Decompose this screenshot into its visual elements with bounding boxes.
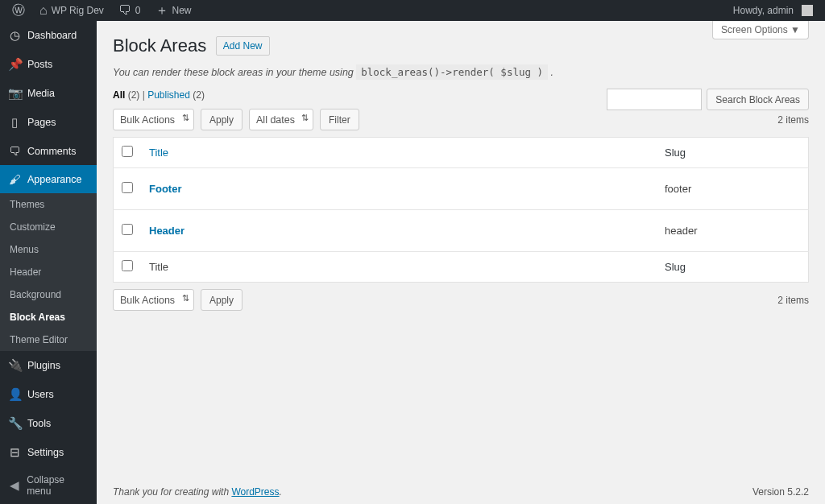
view-all[interactable]: All (2) [113,89,139,101]
code-snippet: block_areas()->render( $slug ) [356,64,548,80]
menu-posts[interactable]: 📌Posts [0,50,97,79]
page-title: Block Areas [113,35,206,56]
sub-header[interactable]: Header [0,261,97,283]
col-slug-bottom: Slug [657,252,809,283]
col-title[interactable]: Title [141,138,657,168]
new-content[interactable]: ＋New [148,0,199,21]
search-button[interactable]: Search Block Areas [707,89,809,110]
table-row: Header header [114,210,809,252]
brush-icon: 🖌 [8,172,21,186]
item-count-top: 2 items [777,114,809,126]
view-published[interactable]: Published (2) [147,89,205,101]
row-checkbox[interactable] [122,224,133,235]
tablenav-bottom: Bulk Actions Apply 2 items [113,289,809,311]
row-checkbox[interactable] [122,182,133,193]
menu-tools[interactable]: 🔧Tools [0,409,97,438]
sub-background[interactable]: Background [0,283,97,306]
menu-dashboard[interactable]: ◷Dashboard [0,21,97,50]
menu-plugins[interactable]: 🔌Plugins [0,351,97,380]
table-row: Footer footer [114,168,809,210]
sub-menus[interactable]: Menus [0,238,97,261]
version-text: Version 5.2.2 [752,486,809,498]
account-menu[interactable]: Howdy, admin [726,0,820,21]
bulk-actions-select-top[interactable]: Bulk Actions [113,109,194,130]
menu-settings[interactable]: ⊟Settings [0,438,97,467]
dashboard-icon: ◷ [8,28,21,43]
plus-icon: ＋ [155,4,168,17]
admin-footer: Thank you for creating with WordPress. V… [113,486,809,498]
item-count-bottom: 2 items [777,295,809,306]
page-icon: ▯ [8,115,21,130]
pin-icon: 📌 [8,57,21,72]
sub-block-areas[interactable]: Block Areas [0,306,97,328]
site-name[interactable]: ⌂WP Rig Dev [32,0,111,21]
date-filter-select[interactable]: All dates [249,109,313,130]
menu-pages[interactable]: ▯Pages [0,108,97,137]
row-title-link[interactable]: Footer [149,183,181,195]
wordpress-icon: ⓦ [12,4,25,17]
add-new-button[interactable]: Add New [216,36,270,56]
sub-themes[interactable]: Themes [0,193,97,216]
footer-thanks: Thank you for creating with WordPress. [113,486,282,498]
bulk-actions-select-bottom[interactable]: Bulk Actions [113,289,194,311]
admin-bar: ⓦ ⌂WP Rig Dev 🗨0 ＋New Howdy, admin [0,0,825,21]
wrench-icon: 🔧 [8,416,21,431]
admin-sidebar: ◷Dashboard 📌Posts 📷Media ▯Pages 🗨Comment… [0,21,97,504]
comments-link[interactable]: 🗨0 [111,0,148,21]
comment-icon: 🗨 [8,144,21,158]
apply-button-top[interactable]: Apply [201,109,243,130]
select-all-bottom[interactable] [122,260,133,271]
row-slug: footer [657,168,809,210]
wp-logo[interactable]: ⓦ [5,0,32,21]
col-title-bottom[interactable]: Title [141,252,657,283]
collapse-icon: ◀ [8,478,20,493]
menu-users[interactable]: 👤Users [0,380,97,409]
list-table: Title Slug Footer footer Header header [113,137,809,283]
select-all-top[interactable] [122,146,133,157]
content-area: Screen Options ▼ Block Areas Add New You… [97,21,825,504]
filter-button[interactable]: Filter [320,109,359,130]
sliders-icon: ⊟ [8,445,21,460]
screen-options-toggle[interactable]: Screen Options ▼ [712,21,809,39]
collapse-menu[interactable]: ◀Collapse menu [0,467,97,504]
user-icon: 👤 [8,387,21,402]
home-icon: ⌂ [39,4,48,17]
hint-text: You can render these block areas in your… [113,66,809,78]
appearance-submenu: Themes Customize Menus Header Background… [0,193,97,351]
search-input[interactable] [607,89,702,110]
avatar [802,5,813,16]
plug-icon: 🔌 [8,358,21,373]
apply-button-bottom[interactable]: Apply [201,289,243,311]
menu-comments[interactable]: 🗨Comments [0,137,97,165]
sub-theme-editor[interactable]: Theme Editor [0,328,97,351]
comment-icon: 🗨 [118,4,131,17]
menu-appearance[interactable]: 🖌Appearance [0,165,97,193]
tablenav-top: Bulk Actions Apply All dates Filter 2 it… [113,109,809,130]
wordpress-link[interactable]: WordPress [231,486,279,498]
col-slug: Slug [657,138,809,168]
sub-customize[interactable]: Customize [0,216,97,238]
media-icon: 📷 [8,86,21,101]
menu-media[interactable]: 📷Media [0,79,97,108]
row-slug: header [657,210,809,252]
row-title-link[interactable]: Header [149,225,184,237]
